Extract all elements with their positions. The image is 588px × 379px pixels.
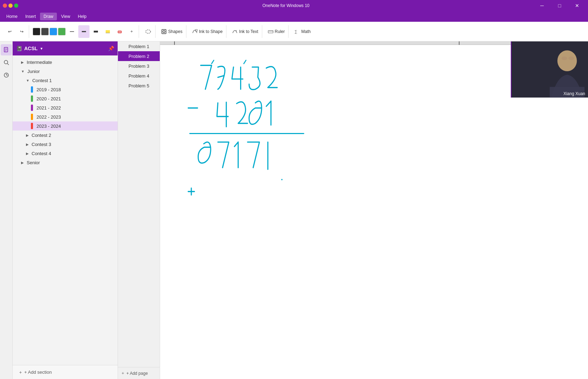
section-contest4[interactable]: ▶ Contest 4: [13, 149, 118, 158]
notebook-header[interactable]: 📓 ACSL ▼ 📌: [13, 41, 118, 55]
menu-view[interactable]: View: [58, 13, 74, 20]
main-area: 📓 ACSL ▼ 📌 ▶ Intermediate ▼ Junior ▼ Con…: [0, 41, 588, 379]
search-icon: [3, 59, 9, 66]
page-label: Problem 3: [128, 64, 149, 69]
pen-thick-button[interactable]: [90, 25, 101, 38]
year-2020[interactable]: 2020 - 2021: [13, 94, 118, 103]
section-senior[interactable]: ▶ Senior: [13, 158, 118, 167]
section-contest1-label: Contest 1: [32, 78, 52, 83]
arrow-icon: ▶: [21, 60, 24, 64]
year-label: 2021 - 2022: [37, 105, 61, 111]
recent-icon: [3, 72, 9, 78]
section-contest2-label: Contest 2: [32, 133, 51, 138]
year-color-bar: [31, 95, 33, 102]
eraser-icon: [116, 28, 123, 35]
ink-to-text-button[interactable]: T Ink to Text: [230, 25, 260, 38]
page-problem4[interactable]: Problem 4: [118, 71, 160, 81]
year-2023[interactable]: 2023 - 2024: [13, 121, 118, 131]
add-section-icon: ＋: [18, 369, 23, 375]
sidebar-icon-search[interactable]: [1, 57, 12, 68]
pen-medium-icon: [80, 28, 87, 35]
year-2018[interactable]: 2019 - 2018: [13, 85, 118, 94]
year-2022[interactable]: 2022 - 2023: [13, 112, 118, 121]
undo-button[interactable]: ↩: [4, 25, 15, 38]
toolbar-ink-text-group: T Ink to Text: [229, 25, 262, 38]
add-section-button[interactable]: ＋ + Add section: [18, 369, 52, 375]
section-junior[interactable]: ▼ Junior: [13, 67, 118, 76]
ink-to-shape-icon: [192, 29, 198, 34]
section-contest3[interactable]: ▶ Contest 3: [13, 140, 118, 149]
ink-to-text-icon: T: [232, 29, 238, 34]
sidebar-pin-icon[interactable]: 📌: [108, 46, 114, 51]
color-swatch-green[interactable]: [58, 28, 66, 35]
svg-point-28: [557, 51, 577, 71]
menu-home[interactable]: Home: [3, 13, 21, 20]
svg-text:∑: ∑: [295, 29, 297, 34]
arrow-icon: ▼: [26, 79, 29, 82]
page-problem5[interactable]: Problem 5: [118, 81, 160, 91]
toolbar-lasso-group: [141, 25, 156, 38]
page-label: Problem 4: [128, 73, 149, 79]
add-button[interactable]: ＋: [126, 25, 137, 38]
menu-bar: Home Insert Draw View Help: [0, 11, 588, 22]
math-label: Math: [301, 29, 311, 34]
math-button[interactable]: ∑ Math: [292, 25, 313, 38]
notebook-icon: 📓: [16, 46, 22, 51]
arrow-icon: ▶: [26, 142, 29, 146]
close-button[interactable]: ✕: [569, 0, 585, 11]
section-contest2[interactable]: ▶ Contest 2: [13, 131, 118, 140]
ink-to-text-label: Ink to Text: [239, 29, 258, 34]
page-problem1[interactable]: Problem 1: [118, 41, 160, 51]
year-label: 2022 - 2023: [37, 114, 61, 120]
section-junior-label: Junior: [27, 69, 40, 74]
ruler-handle-mid[interactable]: [459, 41, 460, 45]
shapes-label: Shapes: [168, 29, 183, 34]
toolbar-pen-group: ＋: [31, 25, 139, 38]
svg-rect-3: [106, 30, 110, 33]
section-contest1[interactable]: ▼ Contest 1: [13, 76, 118, 85]
ink-to-shape-button[interactable]: Ink to Shape: [190, 25, 225, 38]
lasso-button[interactable]: [143, 25, 154, 38]
pen-thin-icon: [68, 28, 75, 35]
redo-icon: ↪: [20, 29, 24, 34]
maximize-button[interactable]: □: [551, 0, 568, 11]
webcam-overlay: Xiang Xuan: [511, 41, 588, 98]
redo-button[interactable]: ↪: [16, 25, 27, 38]
sidebar-icon-recent[interactable]: [1, 69, 12, 81]
note-canvas[interactable]: Xiang Xuan: [160, 41, 588, 379]
color-swatch-black[interactable]: [33, 28, 40, 35]
page-problem2[interactable]: Problem 2: [118, 51, 160, 61]
arrow-icon: ▶: [21, 161, 24, 165]
ruler-button[interactable]: Ruler: [266, 25, 287, 38]
eraser-button[interactable]: [114, 25, 125, 38]
menu-help[interactable]: Help: [74, 13, 90, 20]
arrow-icon: ▶: [26, 152, 29, 155]
ruler-label: Ruler: [275, 29, 285, 34]
svg-point-26: [281, 179, 283, 180]
sidebar-footer: ＋ + Add section: [13, 365, 118, 379]
menu-draw[interactable]: Draw: [40, 13, 57, 20]
page-label: Problem 2: [128, 54, 149, 59]
color-swatch-blue[interactable]: [49, 28, 57, 35]
shapes-button[interactable]: Shapes: [159, 25, 185, 38]
menu-insert[interactable]: Insert: [22, 13, 39, 20]
add-section-label: + Add section: [24, 370, 52, 375]
section-intermediate-label: Intermediate: [27, 60, 52, 65]
minimize-button[interactable]: ─: [534, 0, 550, 11]
sidebar-icon-pages[interactable]: [1, 44, 12, 55]
svg-point-30: [562, 56, 567, 60]
undo-icon: ↩: [8, 29, 12, 34]
color-swatch-dark[interactable]: [41, 28, 49, 35]
add-page-button[interactable]: ＋ + Add page: [118, 367, 160, 379]
pen-medium-button[interactable]: [78, 25, 90, 38]
year-2021[interactable]: 2021 - 2022: [13, 103, 118, 112]
webcam-person-svg: [511, 41, 588, 98]
sidebar-icons: [0, 41, 13, 379]
page-problem3[interactable]: Problem 3: [118, 61, 160, 71]
ruler-handle-left[interactable]: [174, 41, 175, 45]
toolbar-math-group: ∑ Math: [291, 25, 314, 38]
notebook-arrow-icon: ▼: [40, 47, 43, 51]
pen-thin-button[interactable]: [66, 25, 78, 38]
section-intermediate[interactable]: ▶ Intermediate: [13, 58, 118, 67]
highlighter-button[interactable]: [102, 25, 113, 38]
